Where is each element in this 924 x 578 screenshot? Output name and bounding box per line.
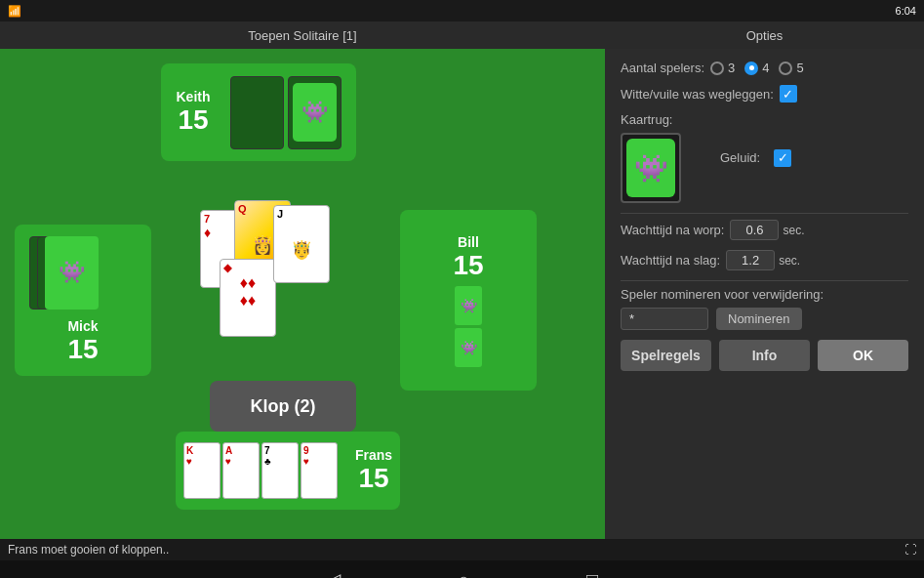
geluid-row: Geluid: ✓ <box>720 149 791 167</box>
status-bar: 📶 6:04 <box>0 0 924 21</box>
player-mick: 👾 Mick 15 <box>15 225 151 376</box>
player-keith: Keith 15 👾 <box>161 63 356 161</box>
wachttijd-worp-label: Wachttijd na worp: <box>621 223 724 237</box>
kaartrug-section: Kaartrug: 👾 Geluid: ✓ <box>621 112 908 203</box>
card-jack-spades: J 🤴 <box>273 205 330 283</box>
bill-cards-row1: 👾 <box>455 286 482 325</box>
mick-score: 15 <box>67 334 98 365</box>
kaartrug-left: Kaartrug: 👾 <box>621 112 681 203</box>
player-frans: K♥ A♥ 7♣ 9♥ Frans 15 <box>176 432 400 510</box>
bill-score: 15 <box>453 250 483 281</box>
aantal-spelers-label: Aantal spelers: <box>621 61 704 75</box>
bill-name: Bill <box>458 234 479 250</box>
keith-monster: 👾 <box>293 83 337 142</box>
status-text: Frans moet gooien of kloppen.. <box>8 543 169 557</box>
options-title: Opties <box>605 28 924 43</box>
nav-bar: ◁ ○ □ <box>0 560 924 578</box>
geluid-checkbox[interactable]: ✓ <box>774 149 791 167</box>
title-bar: Toepen Solitaire [1] Opties <box>0 21 924 49</box>
player-bill: Bill 15 👾 👾 <box>400 210 537 391</box>
wachttijd-slag-row: Wachttijd na slag: sec. <box>621 250 908 270</box>
nominate-input[interactable] <box>621 308 708 330</box>
nominate-section: Speler nomineren voor verwijdering: Nomi… <box>621 287 908 330</box>
card-7-clubs: 7♣ <box>261 442 299 499</box>
card-ace-hearts: A♥ <box>222 442 260 499</box>
radio-3-circle[interactable] <box>710 62 724 75</box>
ok-button[interactable]: OK <box>818 340 908 371</box>
radio-3-label: 3 <box>728 61 735 75</box>
kaartrug-label: Kaartrug: <box>621 112 675 127</box>
frans-score: 15 <box>358 463 388 494</box>
aantal-spelers-row: Aantal spelers: 3 4 5 <box>621 61 908 75</box>
status-time: 6:04 <box>896 5 916 17</box>
wachttijd-worp-row: Wachttijd na worp: sec. <box>621 220 908 240</box>
bottom-status-bar: Frans moet gooien of kloppen.. ⛶ <box>0 539 924 560</box>
status-left: 📶 <box>8 5 21 18</box>
keith-name: Keith <box>177 89 211 104</box>
frans-name: Frans <box>355 447 392 463</box>
wachttijd-worp-unit: sec. <box>783 224 804 237</box>
geluid-label: Geluid: <box>720 150 760 165</box>
nominate-label: Speler nomineren voor verwijdering: <box>621 287 903 302</box>
witte-vuile-was-checkbox[interactable]: ✓ <box>780 85 797 103</box>
card-back-preview[interactable]: 👾 <box>621 133 681 203</box>
info-button[interactable]: Info <box>719 340 810 371</box>
keith-cards: 👾 <box>230 76 341 149</box>
mick-name: Mick <box>67 318 98 334</box>
bill-monster: 👾 <box>455 286 482 325</box>
divider2 <box>621 280 908 281</box>
bill-monster2: 👾 <box>455 328 482 367</box>
back-button[interactable]: ◁ <box>326 568 341 578</box>
radio-5-label: 5 <box>796 61 803 75</box>
frans-cards: K♥ A♥ 7♣ 9♥ <box>183 442 338 499</box>
main-area: Keith 15 👾 👾 Mick 15 <box>0 49 924 539</box>
radio-4[interactable]: 4 <box>744 61 769 75</box>
playing-cards-area: 7 ♦ Q 👸 J 🤴 ◆ ♦♦ ♦♦ <box>200 200 376 342</box>
fullscreen-icon[interactable]: ⛶ <box>904 543 916 557</box>
keith-info: Keith 15 <box>177 89 211 136</box>
card-diamonds-1: ◆ ♦♦ ♦♦ <box>220 259 276 337</box>
divider1 <box>621 213 908 214</box>
options-panel: Aantal spelers: 3 4 5 Witte/vuile was we… <box>605 49 924 539</box>
wachttijd-slag-label: Wachttijd na slag: <box>621 253 720 268</box>
radio-4-circle[interactable] <box>744 62 758 75</box>
wachttijd-slag-unit: sec. <box>779 254 800 268</box>
radio-4-label: 4 <box>762 61 769 75</box>
card-9-hearts: 9♥ <box>301 442 338 499</box>
game-title: Toepen Solitaire [1] <box>0 28 605 43</box>
card-back-monster: 👾 <box>626 139 675 197</box>
card-king-hearts: K♥ <box>183 442 221 499</box>
radio-3[interactable]: 3 <box>710 61 735 75</box>
nomineer-button[interactable]: Nomineren <box>716 308 802 330</box>
nominate-controls: Nomineren <box>621 308 908 330</box>
bill-cards-row2: 👾 <box>455 328 482 367</box>
spelers-radio-group[interactable]: 3 4 5 <box>710 61 804 75</box>
home-button[interactable]: ○ <box>458 569 469 579</box>
witte-vuile-was-row: Witte/vuile was wegleggen: ✓ <box>621 85 908 103</box>
wachttijd-worp-input[interactable] <box>730 220 779 240</box>
action-buttons: Spelregels Info OK <box>621 340 908 371</box>
radio-5[interactable]: 5 <box>779 61 803 75</box>
game-area: Keith 15 👾 👾 Mick 15 <box>0 49 605 539</box>
klop-button[interactable]: Klop (2) <box>210 381 356 432</box>
spelregels-button[interactable]: Spelregels <box>621 340 711 371</box>
radio-5-circle[interactable] <box>779 62 792 75</box>
keith-score: 15 <box>178 104 208 136</box>
wachttijd-slag-input[interactable] <box>726 250 775 270</box>
witte-vuile-was-label: Witte/vuile was wegleggen: <box>621 87 774 102</box>
recents-button[interactable]: □ <box>586 569 598 579</box>
